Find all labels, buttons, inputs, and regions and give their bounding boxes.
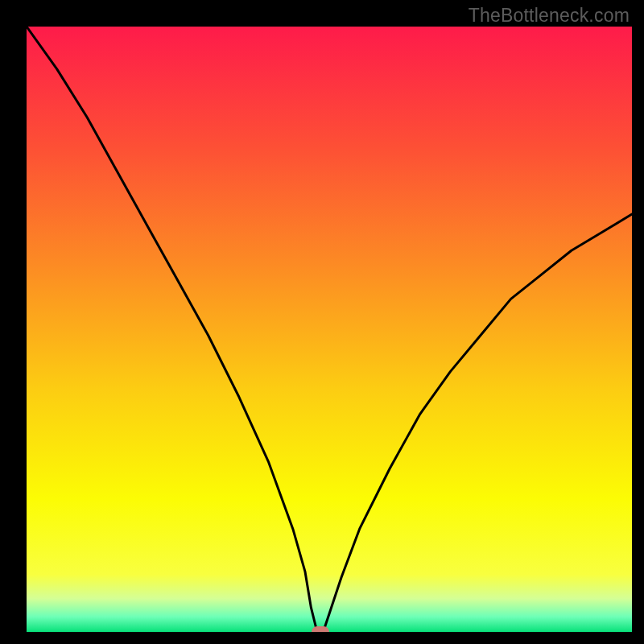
optimal-marker [312, 626, 329, 632]
watermark-text: TheBottleneck.com [469, 5, 630, 27]
chart-frame: TheBottleneck.com [0, 0, 644, 644]
plot-area [27, 27, 632, 632]
bottleneck-curve [27, 27, 632, 632]
